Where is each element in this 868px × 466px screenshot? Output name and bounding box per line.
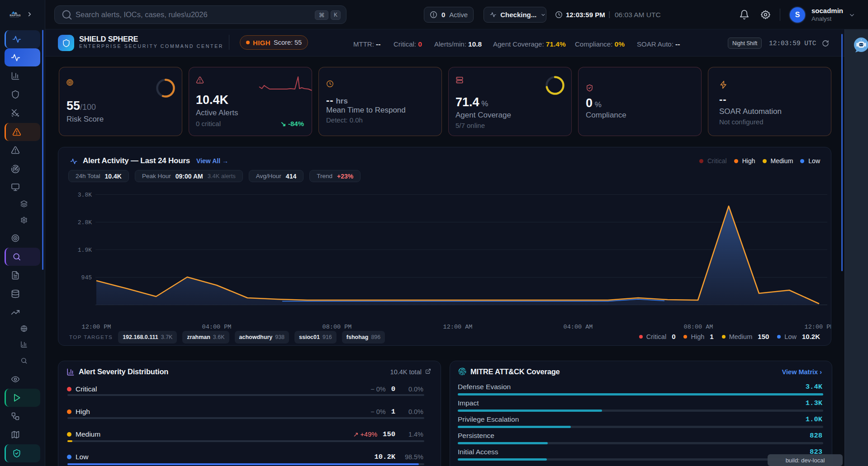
svg-text:12:00 PM: 12:00 PM [805, 324, 831, 330]
svg-text:04:00 AM: 04:00 AM [564, 324, 593, 330]
svg-text:945: 945 [81, 274, 92, 281]
svg-text:08:00 PM: 08:00 PM [323, 324, 352, 330]
svg-text:12:00 PM: 12:00 PM [82, 324, 111, 330]
svg-text:12:00 AM: 12:00 AM [443, 324, 473, 330]
svg-text:3.8K: 3.8K [78, 192, 92, 198]
svg-text:2.8K: 2.8K [78, 219, 92, 226]
svg-text:04:00 PM: 04:00 PM [202, 324, 232, 330]
svg-text:08:00 AM: 08:00 AM [684, 324, 713, 330]
svg-text:1.9K: 1.9K [78, 247, 92, 254]
svg-text:RAPTAS: RAPTAS [10, 14, 21, 17]
